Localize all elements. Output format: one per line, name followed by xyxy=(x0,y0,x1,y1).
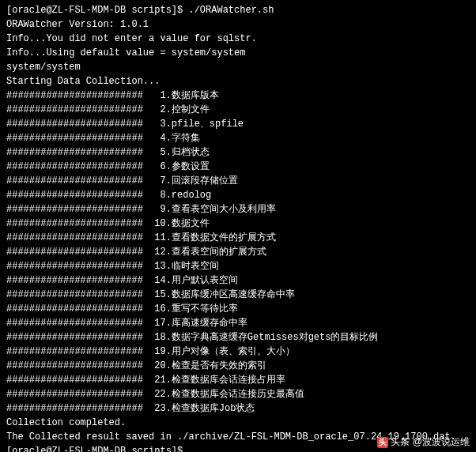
item-row: ######################## 4.字符集 xyxy=(6,131,470,145)
item-row: ######################## 19.用户对像（表、索引、大小… xyxy=(6,345,470,359)
item-row: ######################## 13.临时表空间 xyxy=(6,259,470,273)
item-row: ######################## 18.数据字典高速缓存Getm… xyxy=(6,330,470,345)
item-row: ######################## 6.参数设置 xyxy=(6,160,470,174)
item-row: ######################## 17.库高速缓存命中率 xyxy=(6,316,470,330)
item-row: ######################## 3.pfile、spfile xyxy=(6,117,470,131)
item-row: ######################## 12.查看表空间的扩展方式 xyxy=(6,245,470,259)
item-row: ######################## 22.检查数据库会话连接历史最… xyxy=(6,387,470,401)
item-row: ######################## 5.归档状态 xyxy=(6,145,470,160)
item-row: ######################## 16.重写不等待比率 xyxy=(6,302,470,316)
version-line: ORAWatcher Version: 1.0.1 xyxy=(6,17,470,32)
watermark-text: 头条 @波波说运维 xyxy=(391,436,470,447)
info-line-3: system/system xyxy=(6,60,470,74)
item-row: ######################## 20.检查是否有失效的索引 xyxy=(6,359,470,373)
item-row: ######################## 1.数据库版本 xyxy=(6,89,470,103)
item-row: ######################## 11.查看数据文件的扩展方式 xyxy=(6,231,470,245)
item-row: ######################## 8.redolog xyxy=(6,188,470,202)
info-line-2: Info...Using default value = system/syst… xyxy=(6,46,470,60)
prompt-line-1: [oracle@ZL-FSL-MDM-DB scripts]$ ./ORAWat… xyxy=(6,3,470,17)
info-line-1: Info...You did not enter a value for sql… xyxy=(6,32,470,46)
item-row: ######################## 10.数据文件 xyxy=(6,217,470,231)
item-row: ######################## 15.数据库缓冲区高速缓存命中… xyxy=(6,288,470,302)
starting-line: Starting Data Collection... xyxy=(6,74,470,89)
item-row: ######################## 23.检查数据库Job状态 xyxy=(6,401,470,416)
item-row: ######################## 7.回滚段存储位置 xyxy=(6,174,470,188)
item-row: ######################## 14.用户默认表空间 xyxy=(6,273,470,288)
items-list: ######################## 1.数据库版本########… xyxy=(6,89,470,416)
watermark-icon: 头 xyxy=(377,437,388,448)
watermark: 头头条 @波波说运维 xyxy=(377,435,470,449)
completed-line: Collection completed. xyxy=(6,416,470,430)
item-row: ######################## 2.控制文件 xyxy=(6,103,470,117)
item-row: ######################## 21.检查数据库会话连接占用率 xyxy=(6,373,470,387)
item-row: ######################## 9.查看表空间大小及利用率 xyxy=(6,202,470,217)
